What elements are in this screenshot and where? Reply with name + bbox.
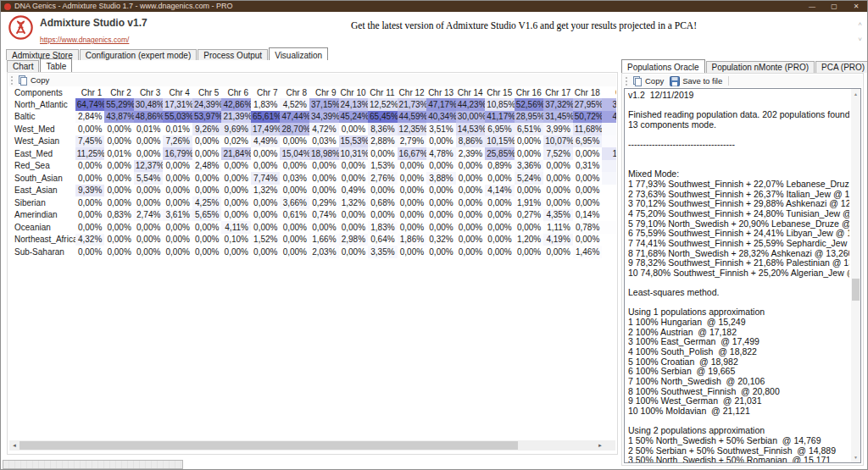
cell[interactable]: 0,00%	[75, 172, 105, 185]
tab-configuration-expert-mode[interactable]: Configuration (expert mode)	[80, 49, 198, 60]
row-label[interactable]: South_Asian	[13, 172, 75, 185]
cell[interactable]: 47,17%	[426, 98, 456, 111]
cell[interactable]: 0,00%	[339, 123, 369, 135]
cell[interactable]: 0,00%	[339, 160, 369, 173]
cell[interactable]: 0,00%	[456, 160, 486, 173]
cell[interactable]: 45,24%	[339, 111, 369, 124]
cell[interactable]: 0,00%	[398, 246, 427, 258]
cell[interactable]: 0,00%	[573, 147, 603, 160]
cell[interactable]: 4,11%	[221, 221, 251, 234]
row-label[interactable]: Red_Sea	[13, 160, 75, 173]
cell[interactable]: 1,91%	[515, 196, 544, 209]
cell[interactable]: 0,00%	[163, 221, 192, 234]
cell[interactable]: 0,00%	[104, 172, 134, 185]
close-button[interactable]: ✕	[845, 1, 867, 12]
cell[interactable]: 0,00%	[309, 172, 339, 185]
column-header-chr-14-14[interactable]: Chr 14	[456, 87, 486, 98]
row-label[interactable]: Amerindian	[13, 209, 75, 222]
cell[interactable]: 30,48%	[134, 98, 164, 111]
cell[interactable]: 11,68%	[573, 123, 603, 135]
cell[interactable]: 0,00%	[426, 196, 456, 209]
cell[interactable]: 0,01%	[163, 123, 192, 135]
cell[interactable]: 1,32%	[251, 185, 281, 197]
cell[interactable]: 3,88%	[426, 172, 456, 185]
cell[interactable]: 0,0	[602, 234, 616, 246]
cell[interactable]: 0,78%	[573, 221, 603, 234]
cell[interactable]: 0,00%	[134, 221, 164, 234]
cell[interactable]: 0,00%	[573, 196, 603, 209]
row-label[interactable]: East_Asian	[13, 185, 75, 197]
cell[interactable]: 0,00%	[75, 123, 105, 135]
cell[interactable]: 4,49%	[251, 135, 281, 148]
cell[interactable]: 0,00%	[398, 209, 427, 222]
cell[interactable]: 0,00%	[309, 185, 339, 197]
cell[interactable]: 0,0	[602, 209, 616, 222]
cell[interactable]: 65,61%	[251, 111, 281, 124]
cell[interactable]: 0,00%	[104, 160, 134, 173]
maximize-button[interactable]: ▢	[823, 1, 845, 12]
cell[interactable]: 6,95%	[573, 135, 603, 148]
scroll-right-icon[interactable]: ►	[595, 440, 605, 451]
cell[interactable]: 0,00%	[104, 135, 134, 148]
cell[interactable]: 1,6	[602, 135, 616, 148]
cell[interactable]: 0,00%	[543, 246, 573, 258]
cell[interactable]: 3,99%	[543, 123, 573, 135]
cell[interactable]: 52,56%	[515, 98, 544, 111]
cell[interactable]: 0,00%	[134, 185, 164, 197]
cell[interactable]: 25,85%	[485, 147, 515, 160]
cell[interactable]: 41,8	[602, 111, 616, 124]
cell[interactable]: 17,31%	[163, 98, 192, 111]
column-header-chr-8-8[interactable]: Chr 8	[280, 87, 309, 98]
cell[interactable]: 0,00%	[251, 209, 281, 222]
cell[interactable]: 0,00%	[339, 221, 369, 234]
scroll-down-icon[interactable]: ▼	[851, 452, 860, 462]
minimize-button[interactable]: —	[801, 1, 823, 12]
column-header-chr-18-18[interactable]: Chr 18	[573, 87, 603, 98]
cell[interactable]: 0,00%	[398, 196, 427, 209]
cell[interactable]: 10,07%	[543, 135, 573, 148]
cell[interactable]: 4,35%	[543, 209, 573, 222]
cell[interactable]: 44,59%	[398, 111, 427, 124]
cell[interactable]: 0,00%	[104, 246, 134, 258]
cell[interactable]: 0,00%	[368, 147, 398, 160]
cell[interactable]: 0,00%	[280, 160, 309, 173]
cell[interactable]: 0,00%	[134, 196, 164, 209]
cell[interactable]: 0,00%	[104, 185, 134, 197]
copy-table-button[interactable]: Copy	[16, 75, 53, 86]
cell[interactable]: 6,51%	[515, 123, 544, 135]
cell[interactable]: 0,00%	[280, 135, 309, 148]
cell[interactable]: 0,00%	[515, 135, 544, 148]
row-label[interactable]: West_Med	[13, 123, 75, 135]
cell[interactable]: 7,26%	[163, 135, 192, 148]
cell[interactable]: 50,72%	[573, 111, 603, 124]
table-horizontal-scrollbar[interactable]: ◄ ►	[9, 440, 615, 451]
cell[interactable]: 0,00%	[251, 196, 281, 209]
cell[interactable]: 0,00%	[192, 185, 222, 197]
tab-process-output[interactable]: Process Output	[198, 49, 268, 60]
cell[interactable]: 1,83%	[251, 98, 281, 111]
cell[interactable]: 0,00%	[456, 196, 486, 209]
cell[interactable]: 0,00%	[221, 209, 251, 222]
cell[interactable]: 12,37%	[134, 160, 164, 173]
cell[interactable]: 0,00%	[280, 234, 309, 246]
cell[interactable]: 0,00%	[426, 246, 456, 258]
cell[interactable]: 0,64%	[368, 234, 398, 246]
cell[interactable]: 2,84%	[75, 111, 105, 124]
cell[interactable]: 7,45%	[75, 135, 105, 148]
scroll-left-icon[interactable]: ◄	[9, 440, 19, 451]
cell[interactable]: 0,00%	[221, 185, 251, 197]
cell[interactable]: 0,00%	[163, 172, 192, 185]
cell[interactable]: 2,79%	[398, 135, 427, 148]
cell[interactable]: 0,32%	[426, 234, 456, 246]
cell[interactable]: 12,52%	[368, 98, 398, 111]
cell[interactable]: 1,86%	[398, 234, 427, 246]
cell[interactable]: 47,44%	[280, 111, 309, 124]
cell[interactable]: 24,13%	[339, 98, 369, 111]
cell[interactable]: 0,00%	[456, 185, 486, 197]
cell[interactable]: 3,51%	[426, 123, 456, 135]
cell[interactable]: 2,5	[602, 123, 616, 135]
cell[interactable]: 37,15%	[309, 98, 339, 111]
cell[interactable]: 28,95%	[515, 111, 544, 124]
cell[interactable]: 0,00%	[426, 160, 456, 173]
column-header-chr-3-3[interactable]: Chr 3	[134, 87, 164, 98]
